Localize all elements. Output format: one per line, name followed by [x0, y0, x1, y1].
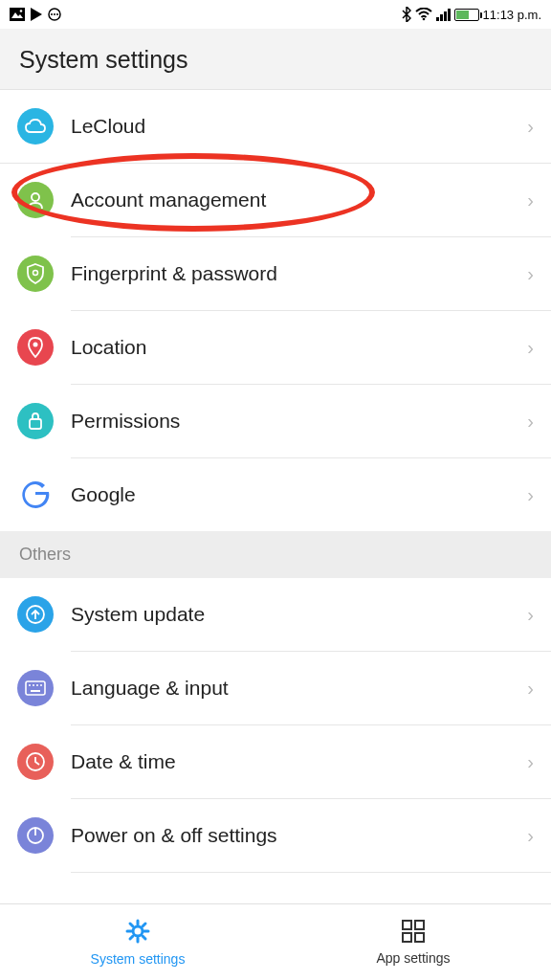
- item-google[interactable]: Google ›: [0, 458, 551, 531]
- item-lecloud[interactable]: LeCloud ›: [0, 90, 551, 163]
- item-account-management[interactable]: Account management ›: [0, 164, 551, 236]
- chevron-right-icon: ›: [527, 337, 534, 359]
- svg-rect-19: [31, 690, 40, 692]
- chevron-right-icon: ›: [527, 484, 534, 506]
- svg-point-5: [51, 13, 53, 15]
- svg-point-16: [33, 684, 34, 686]
- page-header: System settings: [0, 29, 551, 90]
- item-label: Fingerprint & password: [71, 262, 527, 285]
- person-icon: [17, 182, 54, 218]
- play-icon: [31, 8, 42, 21]
- update-icon: [17, 596, 54, 633]
- item-label: Power on & off settings: [71, 824, 527, 847]
- nav-app-settings[interactable]: App settings: [276, 904, 551, 980]
- item-language-input[interactable]: Language & input ›: [0, 652, 551, 724]
- svg-rect-0: [10, 8, 25, 21]
- svg-point-8: [422, 18, 425, 21]
- svg-rect-26: [415, 933, 424, 942]
- chevron-right-icon: ›: [527, 678, 534, 700]
- signal-icon: [436, 9, 451, 21]
- item-fingerprint-password[interactable]: Fingerprint & password ›: [0, 237, 551, 310]
- svg-point-9: [32, 193, 39, 201]
- item-date-time[interactable]: Date & time ›: [0, 725, 551, 798]
- svg-point-10: [33, 271, 38, 276]
- item-location[interactable]: Location ›: [0, 311, 551, 384]
- wifi-icon: [415, 8, 432, 21]
- section-header-others: Others: [0, 531, 551, 578]
- bluetooth-icon: [402, 7, 411, 22]
- item-label: Google: [71, 483, 527, 506]
- svg-point-22: [133, 926, 143, 936]
- nav-label: System settings: [91, 951, 186, 967]
- battery-icon: [454, 9, 479, 21]
- grid-icon: [401, 919, 426, 947]
- chevron-right-icon: ›: [527, 263, 534, 285]
- svg-rect-25: [403, 933, 411, 942]
- item-label: System update: [71, 603, 527, 626]
- item-label: Location: [71, 336, 527, 359]
- item-label: Date & time: [71, 750, 527, 773]
- item-system-update[interactable]: System update ›: [0, 578, 551, 651]
- chevron-right-icon: ›: [527, 411, 534, 433]
- lock-icon: [17, 403, 54, 439]
- picture-icon: [10, 8, 25, 21]
- bottom-nav: System settings App settings: [0, 903, 551, 980]
- chevron-right-icon: ›: [527, 751, 534, 773]
- status-time: 11:13 p.m.: [483, 8, 541, 22]
- keyboard-icon: [17, 670, 54, 706]
- svg-point-11: [33, 343, 38, 347]
- svg-marker-3: [31, 8, 42, 21]
- svg-rect-12: [30, 419, 41, 429]
- svg-point-2: [20, 10, 23, 12]
- svg-point-18: [40, 684, 42, 686]
- svg-rect-23: [403, 921, 411, 929]
- svg-point-15: [29, 684, 31, 686]
- item-permissions[interactable]: Permissions ›: [0, 385, 551, 457]
- svg-point-17: [36, 684, 38, 686]
- clock-icon: [17, 744, 54, 780]
- svg-rect-14: [26, 681, 45, 695]
- item-label: LeCloud: [71, 115, 527, 138]
- page-title: System settings: [19, 46, 532, 74]
- svg-point-7: [56, 13, 58, 15]
- shield-icon: [17, 256, 54, 292]
- item-label: Permissions: [71, 410, 527, 433]
- settings-list: LeCloud › Account management › Fingerpri…: [0, 90, 551, 873]
- nav-system-settings[interactable]: System settings: [0, 904, 276, 980]
- status-bar: 11:13 p.m.: [0, 0, 551, 29]
- item-power-settings[interactable]: Power on & off settings ›: [0, 799, 551, 872]
- svg-point-6: [54, 13, 55, 15]
- power-icon: [17, 817, 54, 854]
- nav-label: App settings: [376, 950, 450, 966]
- svg-rect-24: [415, 921, 424, 929]
- cloud-icon: [17, 108, 54, 145]
- item-label: Account management: [71, 189, 527, 212]
- chevron-right-icon: ›: [527, 604, 534, 626]
- chevron-right-icon: ›: [527, 825, 534, 847]
- item-label: Language & input: [71, 677, 527, 700]
- chevron-right-icon: ›: [527, 189, 534, 212]
- google-icon: [17, 477, 54, 513]
- more-icon: [48, 8, 61, 21]
- location-icon: [17, 329, 54, 366]
- chevron-right-icon: ›: [527, 116, 534, 138]
- gear-icon: [124, 918, 151, 947]
